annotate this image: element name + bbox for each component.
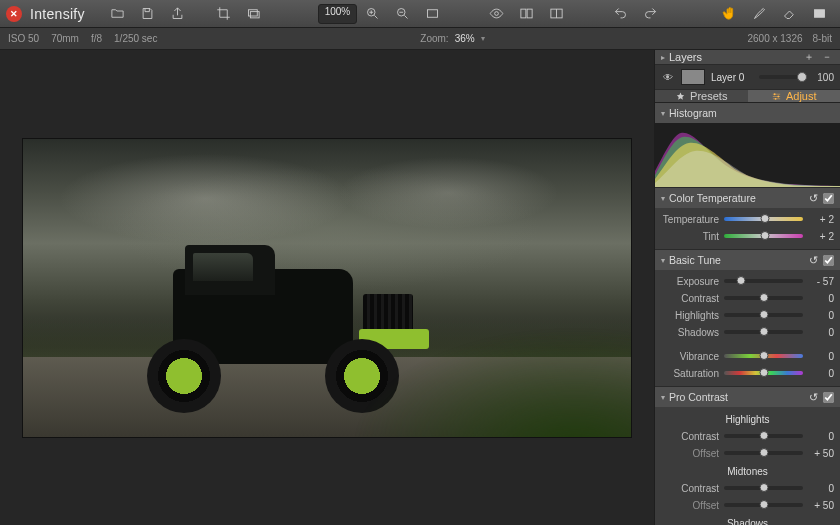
hand-tool-button[interactable] [714,4,744,24]
canvas-area[interactable] [0,50,654,525]
reset-icon[interactable]: ↺ [807,254,819,266]
layer-opacity-value: 100 [810,72,834,83]
compare-button[interactable] [511,4,541,24]
image-info-bar: ISO 50 70mm f/8 1/250 sec Zoom: 36% ▾ 26… [0,28,840,50]
layers-title: Layers [669,51,798,63]
exposure-slider[interactable] [724,279,803,283]
section-histogram-header[interactable]: ▾Histogram [655,103,840,123]
layers-panel-header[interactable]: ▸ Layers ＋ － [655,50,840,65]
zoom-in-button[interactable] [357,4,387,24]
pc-high-contrast-slider[interactable] [724,434,803,438]
section-color-temp-header[interactable]: ▾Color Temperature ↺ [655,188,840,208]
zoom-value[interactable]: 36% [455,33,475,44]
section-enable-checkbox[interactable] [822,254,834,266]
image-preview[interactable] [22,138,632,438]
tab-adjust[interactable]: Adjust [748,90,841,102]
svg-rect-1 [251,12,260,18]
add-layer-button[interactable]: ＋ [802,50,816,64]
main-toolbar: ✕ Intensify 100% [0,0,840,28]
star-icon [675,91,686,102]
preview-eye-button[interactable] [481,4,511,24]
app-logo: ✕ [6,6,22,22]
reset-icon[interactable]: ↺ [807,391,819,403]
svg-point-5 [494,12,498,16]
svg-rect-0 [249,10,258,16]
pc-high-offset-slider[interactable] [724,451,803,455]
tint-slider[interactable] [724,234,803,238]
redo-button[interactable] [635,4,665,24]
shadows-slider[interactable] [724,330,803,334]
info-shutter: 1/250 sec [114,33,157,44]
svg-point-11 [777,95,779,97]
app-brand: Intensify [30,6,85,22]
batch-button[interactable] [239,4,269,24]
svg-rect-4 [427,10,437,18]
vibrance-slider[interactable] [724,354,803,358]
collapse-icon: ▸ [661,53,665,62]
layer-visibility-icon[interactable]: 👁 [661,72,675,83]
right-panel: ▸ Layers ＋ － 👁 Layer 0 100 Presets Adjus… [654,50,840,525]
svg-point-12 [775,97,777,99]
open-file-button[interactable] [103,4,133,24]
tab-presets[interactable]: Presets [655,90,748,102]
info-focal: 70mm [51,33,79,44]
svg-point-10 [774,93,776,95]
zoom-readout[interactable]: 100% [318,4,358,24]
undo-button[interactable] [605,4,635,24]
reset-icon[interactable]: ↺ [807,192,819,204]
share-button[interactable] [163,4,193,24]
svg-rect-7 [527,9,532,18]
saturation-slider[interactable] [724,371,803,375]
info-iso: ISO 50 [8,33,39,44]
layer-name[interactable]: Layer 0 [711,72,753,83]
zoom-dropdown-icon[interactable]: ▾ [481,34,485,43]
pc-mid-offset-slider[interactable] [724,503,803,507]
sliders-icon [771,91,782,102]
pc-mid-contrast-slider[interactable] [724,486,803,490]
svg-rect-9 [814,10,824,18]
fit-screen-button[interactable] [417,4,447,24]
remove-layer-button[interactable]: － [820,50,834,64]
layer-thumbnail [681,69,705,85]
layer-row[interactable]: 👁 Layer 0 100 [655,65,840,90]
compare-split-button[interactable] [541,4,571,24]
section-basic-tune-header[interactable]: ▾Basic Tune ↺ [655,250,840,270]
svg-rect-6 [521,9,526,18]
section-enable-checkbox[interactable] [822,192,834,204]
crop-button[interactable] [209,4,239,24]
zoom-label: Zoom: [420,33,448,44]
panel-tabs: Presets Adjust [655,90,840,103]
layer-opacity-slider[interactable] [759,75,804,79]
gradient-tool-button[interactable] [804,4,834,24]
info-bit-depth: 8-bit [813,33,832,44]
save-file-button[interactable] [133,4,163,24]
section-enable-checkbox[interactable] [822,391,834,403]
histogram-display [655,123,840,187]
eraser-tool-button[interactable] [774,4,804,24]
info-dimensions: 2600 x 1326 [747,33,802,44]
temperature-slider[interactable] [724,217,803,221]
brush-tool-button[interactable] [744,4,774,24]
section-pro-contrast-header[interactable]: ▾Pro Contrast ↺ [655,387,840,407]
zoom-out-button[interactable] [387,4,417,24]
info-aperture: f/8 [91,33,102,44]
highlights-slider[interactable] [724,313,803,317]
contrast-slider[interactable] [724,296,803,300]
